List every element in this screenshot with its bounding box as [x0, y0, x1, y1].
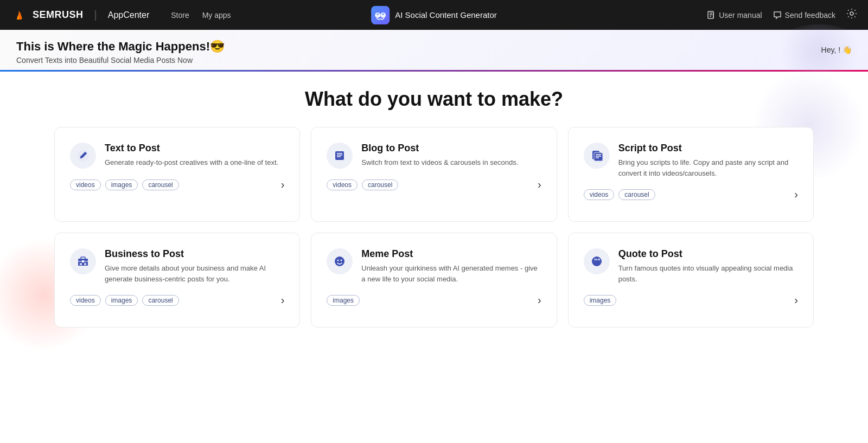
card-footer-quote-to-post: images ›	[584, 294, 798, 306]
header-center: AI Social Content Generator	[371, 6, 497, 24]
card-header-quote-to-post: " " Quote to Post Turn famous quotes int…	[584, 248, 798, 284]
send-feedback-label: Send feedback	[785, 11, 835, 20]
card-icon-business-to-post	[70, 248, 96, 274]
svg-point-26	[341, 260, 342, 261]
header-nav: Store My apps	[171, 11, 231, 20]
header-right: User manual Send feedback	[707, 8, 857, 22]
card-tags-blog-to-post: videoscarousel	[327, 179, 398, 190]
section-title: What do you want to make?	[33, 88, 835, 111]
cards-grid: Text to Post Generate ready-to-post crea…	[54, 127, 814, 328]
card-tags-script-to-post: videoscarousel	[584, 189, 655, 200]
tag-carousel: carousel	[142, 295, 178, 306]
semrush-logo[interactable]: SEMRUSH	[11, 7, 84, 24]
hero-greeting: Hey, ! 👋	[821, 46, 852, 54]
card-text-business-to-post: Business to Post Give more details about…	[105, 248, 284, 284]
card-icon-meme-post	[327, 248, 353, 274]
book-icon	[707, 11, 716, 20]
svg-text:": "	[597, 258, 601, 265]
card-tags-business-to-post: videosimagescarousel	[70, 295, 179, 306]
feedback-icon	[773, 11, 782, 20]
card-desc-text-to-post: Generate ready-to-post creatives with a …	[105, 157, 284, 168]
tag-images: images	[584, 295, 617, 306]
card-footer-meme-post: images ›	[327, 294, 541, 306]
svg-rect-9	[335, 151, 344, 160]
tag-images: images	[327, 295, 360, 306]
card-footer-script-to-post: videoscarousel ›	[584, 188, 798, 201]
card-text-text-to-post: Text to Post Generate ready-to-post crea…	[105, 143, 284, 168]
svg-point-7	[850, 12, 853, 15]
app-logo-icon	[371, 6, 390, 24]
card-header-business-to-post: Business to Post Give more details about…	[70, 248, 284, 284]
card-tags-quote-to-post: images	[584, 295, 617, 306]
card-desc-blog-to-post: Switch from text to videos & carousels i…	[361, 157, 541, 168]
ai-social-logo-svg	[371, 6, 390, 24]
appcenter-text: AppCenter	[108, 10, 150, 20]
card-arrow-blog-to-post: ›	[538, 178, 541, 191]
card-text-meme-post: Meme Post Unleash your quirkiness with A…	[361, 248, 541, 284]
card-tags-text-to-post: videosimagescarousel	[70, 179, 179, 190]
card-text-blog-to-post: Blog to Post Switch from text to videos …	[361, 143, 541, 168]
card-title-script-to-post: Script to Post	[618, 143, 798, 154]
pipe-divider: |	[94, 9, 97, 21]
tag-videos: videos	[584, 189, 615, 200]
semrush-text: SEMRUSH	[33, 9, 84, 21]
card-desc-business-to-post: Give more details about your business an…	[105, 263, 284, 284]
gear-icon	[846, 8, 857, 19]
card-quote-to-post[interactable]: " " Quote to Post Turn famous quotes int…	[568, 233, 814, 328]
card-tags-meme-post: images	[327, 295, 360, 306]
tag-videos: videos	[327, 179, 358, 190]
tag-carousel: carousel	[142, 179, 178, 190]
svg-point-4	[377, 13, 379, 15]
svg-point-25	[337, 260, 339, 261]
hero-blob	[770, 24, 868, 79]
card-title-text-to-post: Text to Post	[105, 143, 284, 154]
card-text-quote-to-post: Quote to Post Turn famous quotes into vi…	[618, 248, 798, 284]
card-blog-to-post[interactable]: Blog to Post Switch from text to videos …	[311, 127, 557, 222]
card-footer-business-to-post: videosimagescarousel ›	[70, 294, 284, 306]
header-left: SEMRUSH | AppCenter Store My apps	[11, 7, 231, 24]
tag-images: images	[105, 179, 138, 190]
tag-carousel: carousel	[362, 179, 398, 190]
user-manual-button[interactable]: User manual	[707, 11, 762, 20]
card-desc-meme-post: Unleash your quirkiness with AI generate…	[361, 263, 541, 284]
my-apps-link[interactable]: My apps	[202, 11, 231, 20]
card-icon-blog-to-post	[327, 143, 353, 169]
svg-rect-14	[594, 152, 603, 161]
user-manual-label: User manual	[719, 11, 762, 20]
svg-rect-19	[81, 257, 85, 259]
card-header-script-to-post: Script to Post Bring you scripts to life…	[584, 143, 798, 178]
card-text-script-to-post: Script to Post Bring you scripts to life…	[618, 143, 798, 178]
svg-rect-22	[80, 263, 82, 265]
settings-button[interactable]	[846, 8, 857, 22]
hero-title: This is Where the Magic Happens!😎	[16, 40, 852, 54]
card-arrow-meme-post: ›	[538, 294, 541, 306]
card-desc-quote-to-post: Turn famous quotes into visually appeali…	[618, 263, 798, 284]
tag-videos: videos	[70, 179, 101, 190]
card-text-to-post[interactable]: Text to Post Generate ready-to-post crea…	[54, 127, 300, 222]
card-script-to-post[interactable]: Script to Post Bring you scripts to life…	[568, 127, 814, 222]
card-arrow-script-to-post: ›	[794, 188, 798, 201]
card-header-blog-to-post: Blog to Post Switch from text to videos …	[327, 143, 541, 169]
card-title-meme-post: Meme Post	[361, 248, 541, 260]
card-icon-text-to-post	[70, 143, 96, 169]
app-name-label: AI Social Content Generator	[395, 10, 497, 20]
card-header-meme-post: Meme Post Unleash your quirkiness with A…	[327, 248, 541, 284]
svg-text:": "	[594, 258, 597, 265]
card-arrow-quote-to-post: ›	[794, 294, 798, 306]
card-desc-script-to-post: Bring you scripts to life. Copy and past…	[618, 157, 798, 178]
svg-rect-21	[82, 260, 84, 262]
svg-point-5	[382, 13, 384, 15]
card-meme-post[interactable]: Meme Post Unleash your quirkiness with A…	[311, 233, 557, 328]
semrush-flame-icon	[11, 7, 28, 24]
store-link[interactable]: Store	[171, 11, 189, 20]
send-feedback-button[interactable]: Send feedback	[773, 11, 835, 20]
card-header-text-to-post: Text to Post Generate ready-to-post crea…	[70, 143, 284, 169]
card-icon-quote-to-post: " "	[584, 248, 610, 274]
card-icon-script-to-post	[584, 143, 610, 169]
svg-point-24	[335, 256, 344, 266]
card-business-to-post[interactable]: Business to Post Give more details about…	[54, 233, 300, 328]
card-title-quote-to-post: Quote to Post	[618, 248, 798, 260]
card-arrow-text-to-post: ›	[281, 178, 285, 191]
tag-videos: videos	[70, 295, 101, 306]
card-arrow-business-to-post: ›	[281, 294, 285, 306]
